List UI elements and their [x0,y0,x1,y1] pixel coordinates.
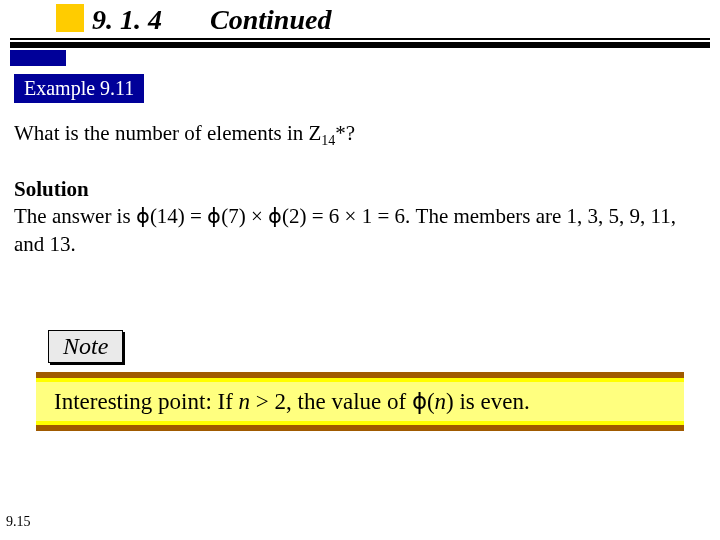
solution-block: Solution The answer is ϕ(14) = ϕ(7) × ϕ(… [14,176,704,258]
header-blue-accent [10,50,66,66]
note-var-n1: n [239,389,251,414]
note-label-box: Note [48,330,123,363]
note-banner: Interesting point: If n > 2, the value o… [36,372,684,431]
example-tag: Example 9.11 [14,74,144,103]
header-rule-thick [10,42,710,48]
note-text-post: ) is even. [446,389,530,414]
solution-body: The answer is ϕ(14) = ϕ(7) × ϕ(2) = 6 × … [14,204,676,255]
slide-header: 9. 1. 4 Continued [0,0,720,66]
note-banner-rule-bottom [36,425,684,431]
header-decoration-square [56,4,84,32]
question-text-post: *? [335,121,355,145]
example-question: What is the number of elements in Z14*? [14,120,704,150]
solution-heading: Solution [14,177,89,201]
note-text-pre: Interesting point: If [54,389,239,414]
header-rule-thin [10,38,710,40]
note-text-mid: > 2, the value of ϕ( [250,389,434,414]
page-number: 9.15 [6,514,31,530]
question-text-pre: What is the number of elements in Z [14,121,321,145]
question-subscript: 14 [321,133,335,148]
note-var-n2: n [435,389,447,414]
section-number: 9. 1. 4 [92,4,162,36]
continued-label: Continued [210,4,331,36]
note-banner-body: Interesting point: If n > 2, the value o… [36,378,684,425]
